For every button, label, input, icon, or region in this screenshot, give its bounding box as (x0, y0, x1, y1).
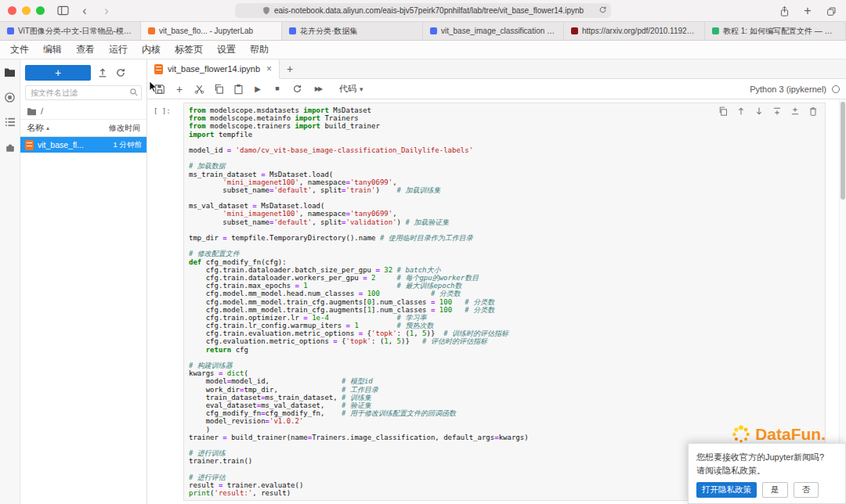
home-folder-icon[interactable] (27, 107, 37, 116)
move-cell-up-icon[interactable] (736, 106, 747, 117)
tab-title: vit_base_image_classification - 文档中心 (441, 26, 556, 37)
browser-tab[interactable]: vit_base_flo... - JupyterLab (141, 22, 282, 40)
code-editor[interactable]: from modelscope.msdatasets import MsData… (189, 106, 820, 497)
kernel-indicator: Python 3 (ipykernel) (750, 85, 840, 94)
forward-button[interactable]: › (99, 4, 114, 18)
browser-tab[interactable]: 教程 1: 如何编写配置文件 — MMClass... (705, 22, 846, 40)
code-line: # 修改配置文件 (189, 250, 820, 257)
menubar-item[interactable]: 文件 (3, 41, 36, 59)
kernel-name[interactable]: Python 3 (ipykernel) (750, 85, 826, 94)
cut-cells-icon[interactable] (193, 83, 205, 95)
code-line (189, 154, 820, 162)
extension-manager-icon[interactable] (4, 141, 16, 153)
file-filter (25, 85, 142, 100)
code-line: subset_name='default', split='train') # … (189, 186, 820, 194)
restart-kernel-icon[interactable] (291, 83, 303, 95)
address-bar[interactable]: eais-notebook.data.aliyun.com/eais-bjv57… (235, 3, 611, 18)
code-line: cfg.model.mm_model.train_cfg.augments[0]… (189, 298, 820, 306)
restart-run-all-icon[interactable]: ▶▶ (310, 83, 326, 95)
column-header-name-label: 名称 (27, 122, 44, 134)
menubar-item[interactable]: 标签页 (168, 41, 210, 59)
browser-tab[interactable]: 花卉分类·数据集 (282, 22, 423, 40)
insert-cell-above-icon[interactable] (772, 106, 783, 117)
file-browser-icon[interactable] (4, 66, 16, 78)
code-line: # 构建训练器 (189, 362, 820, 369)
privacy-shield-icon (262, 6, 270, 15)
menubar-item[interactable]: 查看 (69, 41, 102, 59)
column-header-name[interactable]: 名称 ▴ (27, 122, 99, 134)
tab-favicon (148, 27, 155, 34)
cell-type-value: 代码 (339, 83, 356, 95)
browser-titlebar: ‹ › eais-notebook.data.aliyun.com/eais-b… (0, 0, 846, 22)
new-launcher-button[interactable]: + (25, 65, 91, 81)
share-icon[interactable] (777, 4, 791, 18)
upload-icon[interactable] (96, 67, 109, 80)
code-line: cfg.train.evaluation.metric_options = {'… (189, 329, 820, 337)
sidebar-toggle-icon[interactable] (56, 4, 70, 18)
reload-icon[interactable] (598, 5, 607, 14)
browser-tab[interactable]: https://arxiv.org/pdf/2010.11929.pdf (564, 22, 705, 40)
paste-cells-icon[interactable] (232, 83, 244, 95)
tab-title: https://arxiv.org/pdf/2010.11929.pdf (582, 27, 697, 35)
datafun-logo-icon (731, 424, 751, 445)
breadcrumb[interactable]: / (20, 103, 146, 119)
delete-cell-icon[interactable] (808, 106, 819, 117)
tab-title: ViT图像分类-中文-日常物品-模型库 (18, 26, 133, 37)
datafun-text: DataFun. (755, 425, 826, 444)
code-line: cfg.train.dataloader.batch_size_per_gpu … (189, 266, 820, 274)
column-header-modified[interactable]: 修改时间 (99, 123, 140, 134)
yes-button[interactable]: 是 (762, 482, 788, 498)
tab-overview-icon[interactable] (824, 4, 838, 18)
close-window-button[interactable] (8, 6, 16, 15)
table-of-contents-icon[interactable] (4, 116, 16, 128)
new-tab-icon[interactable]: + (801, 4, 815, 18)
cell-type-dropdown[interactable]: 代码 ▾ (334, 81, 368, 96)
zoom-window-button[interactable] (36, 6, 45, 15)
browser-tab[interactable]: ViT图像分类-中文-日常物品-模型库 (0, 22, 141, 40)
breadcrumb-root: / (41, 106, 43, 116)
menubar-item[interactable]: 设置 (210, 41, 243, 59)
menubar-item[interactable]: 帮助 (243, 41, 276, 59)
code-cell[interactable]: [ ]: from modelscope.msdatasets import M… (152, 103, 826, 501)
insert-cell-below-icon[interactable] (790, 106, 801, 117)
sort-ascending-icon: ▴ (46, 124, 49, 131)
notebook-tab[interactable]: vit_base_flower14.ipynb × (147, 59, 280, 79)
tab-favicon (289, 27, 296, 34)
run-cell-icon[interactable]: ▶ (251, 83, 264, 95)
menubar-item[interactable]: 运行 (102, 41, 135, 59)
tab-favicon (7, 27, 14, 34)
new-launcher-tab-button[interactable]: + (280, 59, 300, 78)
cell-toolbar (718, 106, 819, 117)
insert-cell-icon[interactable]: + (173, 83, 186, 95)
code-line: cfg.train.dataloader.workers_per_gpu = 2… (189, 274, 820, 282)
refresh-icon[interactable] (114, 67, 127, 80)
minimize-window-button[interactable] (22, 6, 31, 15)
filter-files-input[interactable] (25, 85, 142, 100)
browser-toolbar-right: + (777, 4, 838, 18)
code-line: 'mini_imagenet100', namespace='tany0699'… (189, 178, 820, 186)
code-line: ms_val_dataset = MsDataset.load( (189, 202, 820, 210)
interrupt-kernel-icon[interactable]: ■ (271, 83, 284, 95)
code-line: cfg.model.mm_model.train_cfg.augments[1]… (189, 306, 820, 314)
save-icon[interactable] (154, 83, 166, 95)
move-cell-down-icon[interactable] (754, 106, 765, 117)
duplicate-cell-icon[interactable] (718, 106, 728, 117)
cell-editor[interactable]: from modelscope.msdatasets import MsData… (183, 103, 826, 501)
cell-prompt: [ ]: (152, 103, 183, 501)
running-sessions-icon[interactable] (4, 91, 16, 103)
notebook-file-icon (25, 140, 34, 150)
file-name: vit_base_fl... (38, 140, 110, 149)
scrollbar-thumb[interactable] (841, 102, 845, 200)
menubar-item[interactable]: 内核 (135, 41, 168, 59)
no-button[interactable]: 否 (794, 482, 819, 498)
back-button[interactable]: ‹ (78, 4, 92, 18)
open-privacy-policy-button[interactable]: 打开隐私政策 (696, 482, 757, 498)
copy-cells-icon[interactable] (212, 83, 225, 95)
file-list-item[interactable]: vit_base_fl...1 分钟前 (20, 137, 146, 153)
close-tab-icon[interactable]: × (266, 63, 272, 74)
browser-tab[interactable]: vit_base_image_classification - 文档中心 (423, 22, 564, 40)
menubar-item[interactable]: 编辑 (36, 41, 69, 59)
code-line: 'mini_imagenet100', namespace='tany0699'… (189, 210, 820, 218)
file-modified-time: 1 分钟前 (114, 140, 142, 150)
code-line: model_id = 'damo/cv_vit-base_image-class… (189, 146, 820, 154)
